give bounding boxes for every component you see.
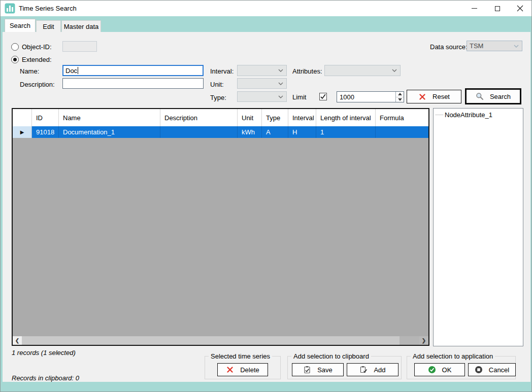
tab-search-label: Search	[10, 22, 30, 29]
group-selected-time-series: Selected time series Delete	[205, 356, 281, 379]
data-source-label: Data source:	[430, 43, 468, 51]
group-add-to-clipboard-title: Add selection to clipboard	[291, 352, 371, 360]
type-select[interactable]	[237, 91, 287, 102]
group-add-to-clipboard: Add selection to clipboard Save Add	[287, 356, 402, 379]
cell-length-of-interval[interactable]: 1	[316, 126, 376, 138]
search-icon	[476, 92, 484, 100]
name-value: Doc	[65, 67, 77, 75]
records-status: 1 records (1 selected)	[12, 349, 76, 357]
arrow-down-icon	[398, 98, 402, 101]
time-series-search-window: Time Series Search Search Edit Master da…	[0, 0, 532, 392]
group-selected-time-series-title: Selected time series	[209, 352, 272, 360]
column-header-interval[interactable]: Interval	[288, 109, 316, 126]
extended-radio[interactable]	[11, 56, 19, 63]
type-label: Type:	[210, 94, 226, 101]
red-x-icon	[226, 366, 234, 374]
limit-checkbox[interactable]	[319, 93, 327, 100]
delete-label: Delete	[240, 366, 259, 374]
cell-name[interactable]: Documentation_1	[59, 126, 160, 138]
object-id-label: Object-ID:	[22, 43, 52, 51]
unit-select[interactable]	[237, 78, 287, 89]
tab-master-data[interactable]: Master data	[61, 20, 101, 32]
add-label: Add	[374, 366, 385, 374]
interval-select[interactable]	[237, 65, 287, 76]
spinner-up-button[interactable]	[396, 92, 404, 97]
app-bar-chart-icon	[5, 3, 15, 14]
tab-master-data-label: Master data	[64, 23, 99, 30]
ok-label: OK	[442, 366, 452, 374]
cell-type[interactable]: A	[262, 126, 288, 138]
tree-item-label: NodeAttribute_1	[445, 111, 492, 119]
close-icon	[517, 5, 523, 12]
window-title: Time Series Search	[19, 1, 77, 16]
column-header-formula[interactable]: Formula	[376, 109, 428, 126]
delete-button[interactable]: Delete	[217, 363, 268, 376]
reset-label: Reset	[433, 93, 450, 100]
chevron-down-icon	[278, 82, 283, 85]
minimize-icon	[472, 8, 477, 9]
column-header-selector[interactable]	[13, 109, 32, 126]
column-header-type[interactable]: Type	[262, 109, 288, 126]
tab-search[interactable]: Search	[5, 19, 36, 32]
cell-id[interactable]: 91018	[32, 126, 59, 138]
arrow-up-icon	[398, 93, 402, 95]
reset-button[interactable]: Reset	[407, 90, 461, 103]
limit-value: 1000	[340, 93, 354, 101]
add-button[interactable]: Add	[347, 363, 398, 376]
results-grid: ID Name Description Unit Type Interval L…	[12, 108, 429, 346]
column-header-length-of-interval[interactable]: Length of interval	[316, 109, 376, 126]
cancel-label: Cancel	[489, 366, 509, 374]
clipboard-add-icon	[359, 366, 368, 374]
chevron-down-icon	[278, 95, 283, 98]
scroll-right-icon[interactable]: ❯	[419, 336, 428, 345]
tree-item-node-attribute[interactable]: NodeAttribute_1	[434, 109, 523, 119]
column-header-name[interactable]: Name	[59, 109, 160, 126]
minimize-button[interactable]	[463, 1, 486, 16]
maximize-icon	[495, 6, 500, 11]
red-x-icon	[418, 93, 426, 101]
maximize-button[interactable]	[486, 1, 509, 16]
cancel-button[interactable]: Cancel	[468, 363, 516, 376]
name-input[interactable]: Doc	[62, 65, 204, 76]
column-header-unit[interactable]: Unit	[238, 109, 262, 126]
ok-button[interactable]: OK	[414, 363, 465, 376]
tree-connector-icon	[436, 115, 443, 115]
search-button[interactable]: Search	[465, 88, 521, 104]
spinner-down-button[interactable]	[396, 97, 404, 102]
close-button[interactable]	[509, 1, 531, 16]
limit-label: Limit	[292, 93, 306, 101]
grid-header-row: ID Name Description Unit Type Interval L…	[13, 109, 428, 126]
limit-spinner[interactable]: 1000	[337, 91, 404, 102]
checkmark-icon	[320, 93, 326, 100]
scroll-left-icon[interactable]: ❮	[13, 336, 22, 345]
chevron-down-icon	[278, 69, 283, 72]
data-source-select[interactable]: TSM	[467, 41, 522, 51]
attributes-select[interactable]	[324, 65, 401, 76]
cell-unit[interactable]: kWh	[238, 126, 262, 138]
row-indicator-icon: ▶	[13, 126, 32, 138]
table-row-selected[interactable]: ▶ 91018 Documentation_1 kWh A H 1	[13, 126, 428, 138]
column-header-id[interactable]: ID	[32, 109, 59, 126]
titlebar: Time Series Search	[1, 1, 531, 16]
data-source-value: TSM	[470, 42, 483, 50]
tab-edit[interactable]: Edit	[36, 20, 61, 32]
extended-label: Extended:	[22, 56, 52, 63]
search-label: Search	[490, 93, 511, 100]
cell-formula[interactable]	[376, 126, 428, 138]
column-header-description[interactable]: Description	[160, 109, 238, 126]
group-add-to-application-title: Add selection to application	[411, 352, 495, 360]
clipboard-check-icon	[303, 366, 311, 374]
object-id-radio[interactable]	[11, 43, 19, 51]
clipboard-status: Records in clipboard: 0	[12, 374, 79, 382]
save-button[interactable]: Save	[292, 363, 344, 376]
attributes-label: Attributes:	[292, 67, 322, 75]
object-id-input[interactable]	[62, 41, 97, 52]
cell-description[interactable]	[160, 126, 238, 138]
cell-interval[interactable]: H	[288, 126, 316, 138]
text-caret	[78, 67, 78, 74]
scrollbar-thumb[interactable]	[22, 336, 400, 345]
node-attribute-tree: NodeAttribute_1	[433, 108, 523, 346]
spinner-buttons	[395, 92, 404, 102]
horizontal-scrollbar[interactable]: ❮ ❯	[13, 336, 428, 345]
description-input[interactable]	[62, 78, 204, 89]
